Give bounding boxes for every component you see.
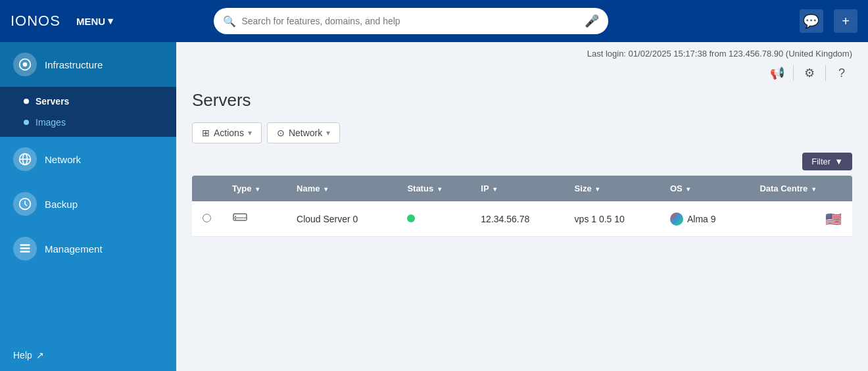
sidebar-label-management: Management <box>45 243 103 255</box>
sidebar-item-network[interactable]: Network <box>0 137 176 182</box>
sidebar-sub-item-images[interactable]: Images <box>0 112 176 133</box>
datacenter-flag: 🇺🇸 <box>825 212 842 226</box>
row-radio-cell <box>192 201 222 237</box>
menu-button[interactable]: MENU ▾ <box>76 15 113 27</box>
filter-label: Filter <box>811 157 831 166</box>
th-name: Name ▾ <box>286 176 397 201</box>
svg-point-1 <box>23 62 28 67</box>
search-input[interactable] <box>241 16 579 26</box>
page-title: Servers <box>192 90 852 111</box>
os-sort-icon: ▾ <box>687 186 690 193</box>
sidebar-label-infrastructure: Infrastructure <box>45 59 103 70</box>
sidebar-label-backup: Backup <box>45 199 78 210</box>
os-name: Alma 9 <box>687 214 716 224</box>
sidebar-sub-infrastructure: Servers Images <box>0 87 176 137</box>
main-layout: Infrastructure Servers Images Network <box>0 42 868 371</box>
add-icon[interactable]: + <box>834 9 857 33</box>
filter-button[interactable]: Filter ▼ <box>802 153 852 170</box>
server-table: Type ▾ Name ▾ Status ▾ IP ▾ <box>192 176 852 237</box>
management-icon <box>13 237 37 260</box>
help-label: Help <box>13 350 32 360</box>
sidebar-item-management[interactable]: Management <box>0 226 176 271</box>
os-icon <box>670 212 683 226</box>
os-info: Alma 9 <box>670 212 738 226</box>
sidebar-item-backup[interactable]: Backup <box>0 182 176 226</box>
network-label: Network <box>289 128 322 138</box>
th-datacenter: Data Centre ▾ <box>749 176 852 201</box>
svg-rect-8 <box>20 251 30 253</box>
sidebar-item-infrastructure[interactable]: Infrastructure <box>0 42 176 87</box>
actions-button[interactable]: ⊞ Actions ▾ <box>192 122 262 143</box>
network-button[interactable]: ⊙ Network ▾ <box>267 122 340 143</box>
type-sort-icon: ▾ <box>256 186 259 193</box>
servers-dot <box>24 99 29 104</box>
th-ip: IP ▾ <box>470 176 564 201</box>
infrastructure-icon <box>13 53 37 76</box>
servers-label: Servers <box>36 96 69 107</box>
row-name-cell: Cloud Server 0 <box>286 201 397 237</box>
actions-row: ⊞ Actions ▾ ⊙ Network ▾ <box>192 122 852 143</box>
images-dot <box>24 120 29 125</box>
server-size: vps 1 0.5 10 <box>575 214 625 224</box>
sidebar: Infrastructure Servers Images Network <box>0 42 176 371</box>
row-ip-cell: 12.34.56.78 <box>470 201 564 237</box>
server-type-icon <box>232 209 276 228</box>
actions-grid-icon: ⊞ <box>202 128 210 138</box>
server-ip: 12.34.56.78 <box>481 214 529 224</box>
network-icon <box>13 147 37 171</box>
search-bar: 🔍 🎤 <box>214 8 608 34</box>
filter-icon: ▼ <box>834 157 843 166</box>
actions-label: Actions <box>214 128 244 138</box>
external-link-icon: ↗ <box>36 350 44 360</box>
svg-point-11 <box>235 216 236 217</box>
help-button[interactable]: ? <box>831 62 852 84</box>
cloud-server-icon <box>232 209 248 228</box>
settings-button[interactable]: ⚙ <box>799 62 820 84</box>
row-radio[interactable] <box>203 214 211 222</box>
chat-icon[interactable]: 💬 <box>800 9 823 33</box>
row-datacenter-cell: 🇺🇸 <box>749 201 852 237</box>
help-link[interactable]: Help ↗ <box>13 350 163 360</box>
th-os: OS ▾ <box>660 176 749 201</box>
images-label: Images <box>36 117 66 128</box>
datacenter-sort-icon: ▾ <box>812 186 815 193</box>
toolbar-row: 📢 ⚙ ? <box>192 62 852 84</box>
backup-icon <box>13 192 37 216</box>
last-login-text: Last login: 01/02/2025 15:17:38 from 123… <box>587 49 852 59</box>
ip-sort-icon: ▾ <box>493 186 496 193</box>
svg-point-12 <box>235 218 236 220</box>
status-indicator <box>407 214 415 222</box>
size-sort-icon: ▾ <box>596 186 599 193</box>
svg-rect-7 <box>20 247 30 249</box>
th-status: Status ▾ <box>397 176 470 201</box>
table-row: Cloud Server 0 12.34.56.78 vps 1 0.5 10 <box>192 201 852 237</box>
top-nav-right: 💬 + <box>800 9 857 33</box>
last-login-bar: Last login: 01/02/2025 15:17:38 from 123… <box>192 42 852 62</box>
sidebar-sub-item-servers[interactable]: Servers <box>0 91 176 112</box>
mic-icon[interactable]: 🎤 <box>585 14 599 28</box>
name-sort-icon: ▾ <box>324 186 327 193</box>
toolbar-divider-1 <box>793 65 794 81</box>
th-type: Type ▾ <box>222 176 286 201</box>
announce-button[interactable]: 📢 <box>767 62 788 84</box>
th-size: Size ▾ <box>564 176 660 201</box>
network-chevron-icon: ▾ <box>326 128 330 137</box>
table-header-row: Type ▾ Name ▾ Status ▾ IP ▾ <box>192 176 852 201</box>
toolbar-divider-2 <box>825 65 826 81</box>
sidebar-label-network: Network <box>45 154 81 165</box>
row-type-cell <box>222 201 286 237</box>
row-os-cell: Alma 9 <box>660 201 749 237</box>
actions-chevron-icon: ▾ <box>248 128 252 137</box>
svg-rect-6 <box>20 244 30 246</box>
th-select <box>192 176 222 201</box>
brand-logo: IONOS <box>11 12 60 30</box>
network-circle-icon: ⊙ <box>277 128 285 138</box>
server-name: Cloud Server 0 <box>297 214 358 224</box>
search-icon: 🔍 <box>223 15 236 28</box>
row-size-cell: vps 1 0.5 10 <box>564 201 660 237</box>
chevron-down-icon: ▾ <box>108 15 113 27</box>
row-status-cell <box>397 201 470 237</box>
main-content: Last login: 01/02/2025 15:17:38 from 123… <box>176 42 868 371</box>
status-sort-icon: ▾ <box>438 186 441 193</box>
sidebar-footer: Help ↗ <box>0 339 176 371</box>
